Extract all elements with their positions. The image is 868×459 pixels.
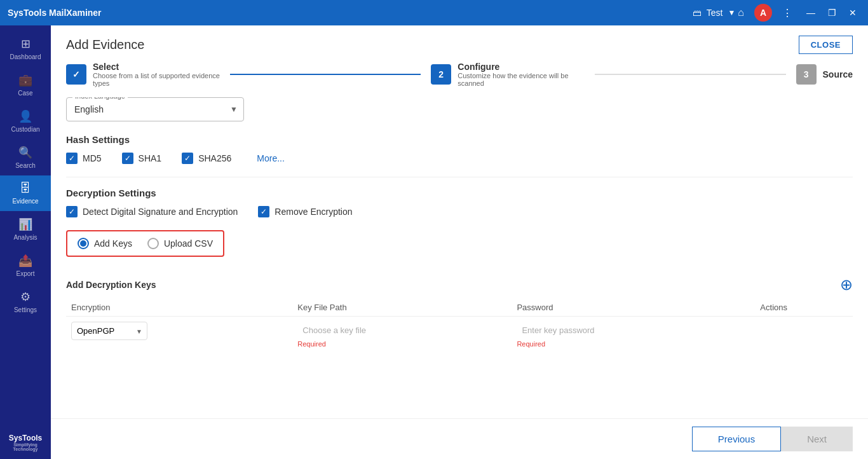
step-source: 3 Source bbox=[796, 64, 853, 85]
hash-settings-section: Hash Settings ✓ MD5 ✓ SHA1 ✓ SHA256 More… bbox=[66, 134, 853, 164]
checkbox-sha1-box: ✓ bbox=[122, 153, 133, 164]
close-window-button[interactable]: ✕ bbox=[845, 5, 860, 20]
th-encryption: Encryption bbox=[66, 299, 292, 317]
maximize-button[interactable]: ❐ bbox=[824, 5, 840, 20]
case-icon: 🗃 bbox=[693, 8, 702, 18]
case-name: Test bbox=[707, 8, 723, 18]
step-subtitle-configure: Customize how the evidence will be scann… bbox=[458, 72, 585, 87]
content-area: Add Evidence CLOSE ✓ Select Choose from … bbox=[51, 25, 868, 459]
close-button[interactable]: CLOSE bbox=[799, 36, 853, 54]
sidebar-item-case[interactable]: 💼 Case bbox=[0, 67, 51, 103]
analysis-icon: 📊 bbox=[18, 217, 32, 231]
export-icon: 📤 bbox=[18, 254, 32, 268]
th-key-file-path: Key File Path bbox=[292, 299, 512, 317]
checkbox-remove-enc-box: ✓ bbox=[258, 206, 269, 217]
index-language-section: Index Language English French German Spa… bbox=[66, 97, 853, 121]
checkbox-sha256-label: SHA256 bbox=[198, 153, 231, 163]
window-controls: — ❐ ✕ bbox=[803, 5, 860, 20]
sidebar: ⊞ Dashboard 💼 Case 👤 Custodian 🔍 Search … bbox=[0, 25, 51, 459]
step-circle-source: 3 bbox=[796, 64, 817, 85]
more-link[interactable]: More... bbox=[257, 153, 285, 163]
footer: Previous Next bbox=[51, 418, 868, 459]
next-button[interactable]: Next bbox=[781, 427, 853, 451]
dropdown-icon[interactable]: ▼ bbox=[728, 8, 735, 17]
app-name: SysTools MailXaminer bbox=[8, 8, 102, 18]
index-language-label: Index Language bbox=[72, 97, 128, 100]
add-keys-section: Add Decryption Keys ⊕ Encryption Key Fil… bbox=[66, 277, 853, 353]
sidebar-label-case: Case bbox=[18, 90, 32, 97]
checkbox-md5[interactable]: ✓ MD5 bbox=[66, 153, 102, 164]
title-bar-left: SysTools MailXaminer bbox=[8, 8, 693, 18]
step-info-select: Select Choose from a list of supported e… bbox=[93, 62, 220, 87]
keys-table-body: OpenPGP ▼ Choose a key file Required E bbox=[66, 317, 853, 353]
divider-1 bbox=[66, 177, 853, 177]
main-layout: ⊞ Dashboard 💼 Case 👤 Custodian 🔍 Search … bbox=[0, 25, 868, 459]
encryption-select[interactable]: OpenPGP bbox=[71, 322, 147, 340]
logo-sub: Simplifying Technology bbox=[3, 442, 48, 451]
keys-table-head: Encryption Key File Path Password Action… bbox=[66, 299, 853, 317]
checkbox-digital-sig-box: ✓ bbox=[66, 206, 78, 217]
index-language-wrapper: Index Language English French German Spa… bbox=[66, 97, 244, 121]
checkbox-sha256-box: ✓ bbox=[182, 153, 193, 164]
radio-add-keys-label: Add Keys bbox=[94, 238, 132, 249]
step-title-select: Select bbox=[93, 62, 220, 72]
checkbox-sha1-label: SHA1 bbox=[139, 153, 162, 163]
settings-icon: ⚙ bbox=[20, 290, 31, 304]
avatar-button[interactable]: A bbox=[754, 4, 772, 22]
td-key-file: Choose a key file Required bbox=[292, 317, 512, 353]
checkbox-digital-sig[interactable]: ✓ Detect Digital Signature and Encryptio… bbox=[66, 206, 238, 217]
page-title: Add Evidence bbox=[66, 38, 144, 52]
dashboard-icon: ⊞ bbox=[21, 37, 31, 51]
checkbox-remove-enc-label: Remove Encryption bbox=[275, 207, 352, 217]
scroll-spacer bbox=[66, 366, 853, 378]
td-password: Enter key password Required bbox=[512, 317, 755, 353]
sidebar-label-settings: Settings bbox=[14, 306, 37, 313]
sidebar-item-export[interactable]: 📤 Export bbox=[0, 247, 51, 284]
sidebar-logo: SysTools Simplifying Technology bbox=[0, 426, 51, 459]
checkbox-sha1[interactable]: ✓ SHA1 bbox=[122, 153, 162, 164]
checkbox-sha256[interactable]: ✓ SHA256 bbox=[182, 153, 231, 164]
checkbox-remove-enc[interactable]: ✓ Remove Encryption bbox=[258, 206, 352, 217]
hash-settings-title: Hash Settings bbox=[66, 134, 853, 145]
search-icon: 🔍 bbox=[18, 146, 32, 160]
th-password: Password bbox=[512, 299, 755, 317]
decryption-settings-title: Decryption Settings bbox=[66, 188, 853, 198]
radio-upload-csv[interactable]: Upload CSV bbox=[147, 238, 213, 249]
page-header: Add Evidence CLOSE bbox=[51, 25, 868, 62]
radio-add-keys-outer bbox=[78, 238, 89, 249]
sidebar-label-dashboard: Dashboard bbox=[10, 53, 41, 60]
add-key-button[interactable]: ⊕ bbox=[840, 277, 853, 292]
previous-button[interactable]: Previous bbox=[692, 427, 781, 451]
radio-box: Add Keys Upload CSV bbox=[66, 230, 224, 257]
td-encryption: OpenPGP ▼ bbox=[66, 317, 292, 353]
radio-add-keys[interactable]: Add Keys bbox=[78, 238, 132, 249]
index-language-select[interactable]: English French German Spanish bbox=[66, 97, 244, 121]
step-title-configure: Configure bbox=[458, 62, 585, 72]
sidebar-item-dashboard[interactable]: ⊞ Dashboard bbox=[0, 31, 51, 67]
keys-table: Encryption Key File Path Password Action… bbox=[66, 299, 853, 353]
decryption-settings-section: Decryption Settings ✓ Detect Digital Sig… bbox=[66, 188, 853, 264]
sidebar-item-settings[interactable]: ⚙ Settings bbox=[0, 284, 51, 320]
sidebar-item-search[interactable]: 🔍 Search bbox=[0, 139, 51, 175]
sidebar-label-custodian: Custodian bbox=[11, 126, 39, 133]
custodian-icon: 👤 bbox=[18, 109, 32, 123]
step-configure: 2 Configure Customize how the evidence w… bbox=[431, 62, 585, 87]
sidebar-item-custodian[interactable]: 👤 Custodian bbox=[0, 103, 51, 139]
title-bar: SysTools MailXaminer 🗃 Test ▼ ⌂ A ⋮ — ❐ … bbox=[0, 0, 868, 25]
checkbox-digital-sig-label: Detect Digital Signature and Encryption bbox=[83, 207, 238, 217]
add-keys-title: Add Decryption Keys bbox=[66, 280, 156, 290]
case-icon: 💼 bbox=[18, 73, 32, 87]
more-options-button[interactable]: ⋮ bbox=[780, 4, 795, 22]
key-file-required: Required bbox=[297, 340, 506, 348]
checkbox-md5-label: MD5 bbox=[83, 153, 102, 163]
sidebar-item-evidence[interactable]: 🗄 Evidence bbox=[0, 175, 51, 211]
sidebar-item-analysis[interactable]: 📊 Analysis bbox=[0, 211, 51, 247]
encryption-select-wrapper: OpenPGP ▼ bbox=[71, 322, 147, 340]
step-line-2 bbox=[595, 74, 785, 75]
step-subtitle-select: Choose from a list of supported evidence… bbox=[93, 72, 220, 87]
step-info-configure: Configure Customize how the evidence wil… bbox=[458, 62, 585, 87]
stepper: ✓ Select Choose from a list of supported… bbox=[51, 62, 868, 97]
minimize-button[interactable]: — bbox=[803, 5, 819, 20]
home-button[interactable]: ⌂ bbox=[735, 4, 747, 21]
radio-upload-csv-label: Upload CSV bbox=[164, 238, 213, 249]
